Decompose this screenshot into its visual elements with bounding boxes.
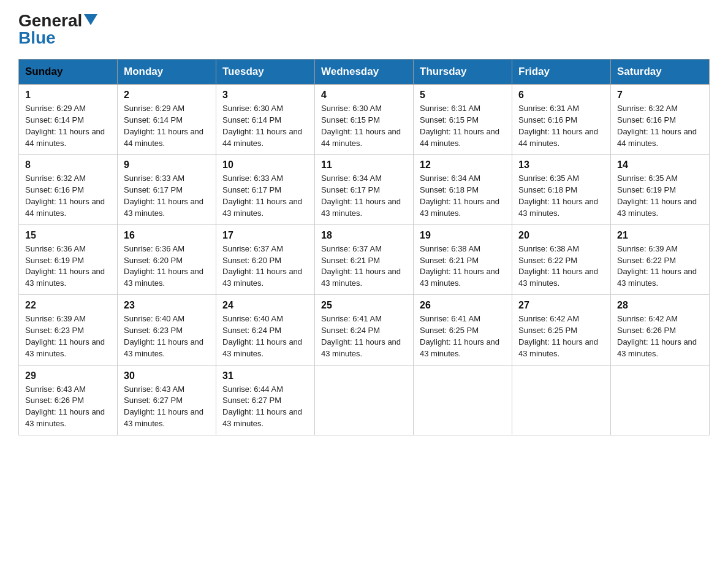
day-info: Sunrise: 6:31 AMSunset: 6:15 PMDaylight:… <box>420 103 506 149</box>
calendar-cell: 21Sunrise: 6:39 AMSunset: 6:22 PMDayligh… <box>611 224 710 294</box>
calendar-cell: 8Sunrise: 6:32 AMSunset: 6:16 PMDaylight… <box>19 155 118 224</box>
weekday-header-monday: Monday <box>118 59 216 85</box>
day-info: Sunrise: 6:43 AMSunset: 6:26 PMDaylight:… <box>25 384 111 430</box>
day-info: Sunrise: 6:34 AMSunset: 6:18 PMDaylight:… <box>420 173 506 219</box>
day-info: Sunrise: 6:40 AMSunset: 6:23 PMDaylight:… <box>124 313 210 359</box>
day-info: Sunrise: 6:36 AMSunset: 6:19 PMDaylight:… <box>25 243 111 289</box>
day-info: Sunrise: 6:43 AMSunset: 6:27 PMDaylight:… <box>124 384 210 430</box>
day-info: Sunrise: 6:36 AMSunset: 6:20 PMDaylight:… <box>124 243 210 289</box>
day-info: Sunrise: 6:42 AMSunset: 6:25 PMDaylight:… <box>518 313 604 359</box>
day-number: 7 <box>617 90 703 101</box>
day-number: 29 <box>25 370 111 381</box>
week-row-1: 1Sunrise: 6:29 AMSunset: 6:14 PMDaylight… <box>19 85 710 155</box>
week-row-5: 29Sunrise: 6:43 AMSunset: 6:26 PMDayligh… <box>19 365 710 435</box>
day-number: 19 <box>420 230 506 241</box>
day-info: Sunrise: 6:42 AMSunset: 6:26 PMDaylight:… <box>617 313 703 359</box>
week-row-3: 15Sunrise: 6:36 AMSunset: 6:19 PMDayligh… <box>19 224 710 294</box>
day-info: Sunrise: 6:38 AMSunset: 6:21 PMDaylight:… <box>420 243 506 289</box>
calendar-cell <box>611 365 710 435</box>
day-number: 17 <box>222 230 308 241</box>
day-number: 31 <box>222 370 308 381</box>
day-number: 3 <box>222 90 308 101</box>
day-number: 20 <box>518 230 604 241</box>
calendar-cell: 9Sunrise: 6:33 AMSunset: 6:17 PMDaylight… <box>118 155 216 224</box>
weekday-header-friday: Friday <box>512 59 611 85</box>
day-number: 18 <box>321 230 407 241</box>
day-info: Sunrise: 6:34 AMSunset: 6:17 PMDaylight:… <box>321 173 407 219</box>
calendar-cell: 20Sunrise: 6:38 AMSunset: 6:22 PMDayligh… <box>512 224 611 294</box>
calendar-cell: 31Sunrise: 6:44 AMSunset: 6:27 PMDayligh… <box>216 365 315 435</box>
calendar-cell: 4Sunrise: 6:30 AMSunset: 6:15 PMDaylight… <box>315 85 414 155</box>
day-number: 6 <box>518 90 604 101</box>
day-info: Sunrise: 6:29 AMSunset: 6:14 PMDaylight:… <box>25 103 111 149</box>
day-info: Sunrise: 6:32 AMSunset: 6:16 PMDaylight:… <box>25 173 111 219</box>
weekday-header-tuesday: Tuesday <box>216 59 315 85</box>
day-number: 14 <box>617 159 703 170</box>
weekday-header-row: SundayMondayTuesdayWednesdayThursdayFrid… <box>19 59 710 85</box>
day-info: Sunrise: 6:35 AMSunset: 6:19 PMDaylight:… <box>617 173 703 219</box>
calendar-cell: 10Sunrise: 6:33 AMSunset: 6:17 PMDayligh… <box>216 155 315 224</box>
day-number: 23 <box>124 300 210 311</box>
day-info: Sunrise: 6:37 AMSunset: 6:21 PMDaylight:… <box>321 243 407 289</box>
logo-triangle-icon <box>84 14 97 25</box>
calendar-cell: 2Sunrise: 6:29 AMSunset: 6:14 PMDaylight… <box>118 85 216 155</box>
week-row-2: 8Sunrise: 6:32 AMSunset: 6:16 PMDaylight… <box>19 155 710 224</box>
calendar-cell: 12Sunrise: 6:34 AMSunset: 6:18 PMDayligh… <box>414 155 512 224</box>
day-number: 30 <box>124 370 210 381</box>
day-info: Sunrise: 6:31 AMSunset: 6:16 PMDaylight:… <box>518 103 604 149</box>
day-info: Sunrise: 6:29 AMSunset: 6:14 PMDaylight:… <box>124 103 210 149</box>
calendar-cell: 13Sunrise: 6:35 AMSunset: 6:18 PMDayligh… <box>512 155 611 224</box>
day-info: Sunrise: 6:30 AMSunset: 6:15 PMDaylight:… <box>321 103 407 149</box>
calendar-cell: 6Sunrise: 6:31 AMSunset: 6:16 PMDaylight… <box>512 85 611 155</box>
calendar-cell: 29Sunrise: 6:43 AMSunset: 6:26 PMDayligh… <box>19 365 118 435</box>
day-number: 4 <box>321 90 407 101</box>
calendar-cell: 23Sunrise: 6:40 AMSunset: 6:23 PMDayligh… <box>118 295 216 365</box>
day-number: 5 <box>420 90 506 101</box>
day-number: 16 <box>124 230 210 241</box>
calendar-cell: 7Sunrise: 6:32 AMSunset: 6:16 PMDaylight… <box>611 85 710 155</box>
svg-marker-0 <box>84 14 97 25</box>
day-number: 2 <box>124 90 210 101</box>
day-number: 27 <box>518 300 604 311</box>
day-number: 24 <box>222 300 308 311</box>
day-number: 12 <box>420 159 506 170</box>
calendar-cell <box>512 365 611 435</box>
day-info: Sunrise: 6:33 AMSunset: 6:17 PMDaylight:… <box>124 173 210 219</box>
calendar-cell: 25Sunrise: 6:41 AMSunset: 6:24 PMDayligh… <box>315 295 414 365</box>
day-info: Sunrise: 6:40 AMSunset: 6:24 PMDaylight:… <box>222 313 308 359</box>
day-info: Sunrise: 6:30 AMSunset: 6:14 PMDaylight:… <box>222 103 308 149</box>
day-number: 22 <box>25 300 111 311</box>
calendar-cell: 28Sunrise: 6:42 AMSunset: 6:26 PMDayligh… <box>611 295 710 365</box>
weekday-header-wednesday: Wednesday <box>315 59 414 85</box>
calendar-cell <box>315 365 414 435</box>
day-info: Sunrise: 6:44 AMSunset: 6:27 PMDaylight:… <box>222 384 308 430</box>
day-number: 13 <box>518 159 604 170</box>
calendar-cell: 3Sunrise: 6:30 AMSunset: 6:14 PMDaylight… <box>216 85 315 155</box>
calendar-cell: 26Sunrise: 6:41 AMSunset: 6:25 PMDayligh… <box>414 295 512 365</box>
logo: General Blue <box>18 12 97 47</box>
calendar-cell: 5Sunrise: 6:31 AMSunset: 6:15 PMDaylight… <box>414 85 512 155</box>
calendar-cell: 27Sunrise: 6:42 AMSunset: 6:25 PMDayligh… <box>512 295 611 365</box>
calendar-cell: 11Sunrise: 6:34 AMSunset: 6:17 PMDayligh… <box>315 155 414 224</box>
week-row-4: 22Sunrise: 6:39 AMSunset: 6:23 PMDayligh… <box>19 295 710 365</box>
logo-general-text: General <box>18 12 82 29</box>
day-number: 28 <box>617 300 703 311</box>
day-number: 21 <box>617 230 703 241</box>
calendar-cell: 14Sunrise: 6:35 AMSunset: 6:19 PMDayligh… <box>611 155 710 224</box>
calendar-table: SundayMondayTuesdayWednesdayThursdayFrid… <box>18 59 710 435</box>
day-info: Sunrise: 6:32 AMSunset: 6:16 PMDaylight:… <box>617 103 703 149</box>
calendar-cell <box>414 365 512 435</box>
calendar-cell: 17Sunrise: 6:37 AMSunset: 6:20 PMDayligh… <box>216 224 315 294</box>
day-number: 1 <box>25 90 111 101</box>
day-info: Sunrise: 6:39 AMSunset: 6:22 PMDaylight:… <box>617 243 703 289</box>
day-number: 9 <box>124 159 210 170</box>
day-number: 26 <box>420 300 506 311</box>
day-number: 10 <box>222 159 308 170</box>
day-info: Sunrise: 6:39 AMSunset: 6:23 PMDaylight:… <box>25 313 111 359</box>
weekday-header-thursday: Thursday <box>414 59 512 85</box>
day-info: Sunrise: 6:41 AMSunset: 6:24 PMDaylight:… <box>321 313 407 359</box>
day-number: 11 <box>321 159 407 170</box>
logo-blue-text: Blue <box>18 29 56 47</box>
calendar-cell: 22Sunrise: 6:39 AMSunset: 6:23 PMDayligh… <box>19 295 118 365</box>
weekday-header-saturday: Saturday <box>611 59 710 85</box>
